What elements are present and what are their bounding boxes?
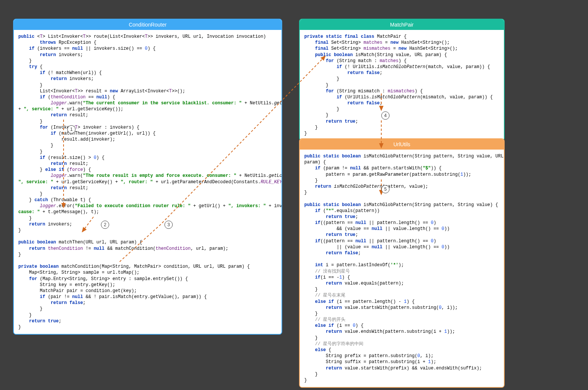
annotation-badge-2: 2: [101, 221, 109, 229]
panel-title-url-utils: UrlUtils: [300, 139, 504, 150]
panel-match-pair: MatchPair private static final class Mat…: [299, 19, 505, 141]
code-url-utils: public static boolean isMatchGlobPattern…: [300, 150, 504, 387]
annotation-badge-3: 3: [164, 221, 173, 229]
panel-title-condition-router: ConditionRouter: [14, 19, 281, 30]
panel-title-match-pair: MatchPair: [300, 19, 504, 30]
annotation-badge-5: 5: [381, 185, 390, 193]
annotation-badge-4: 4: [381, 111, 390, 120]
code-match-pair: private static final class MatchPair { f…: [300, 30, 504, 140]
panel-condition-router: ConditionRouter public <T> List<Invoker<…: [13, 19, 282, 335]
annotation-badge-1: 1: [67, 125, 76, 133]
code-condition-router: public <T> List<Invoker<T>> route(List<I…: [14, 30, 281, 334]
panel-url-utils: UrlUtils public static boolean isMatchGl…: [299, 138, 505, 388]
